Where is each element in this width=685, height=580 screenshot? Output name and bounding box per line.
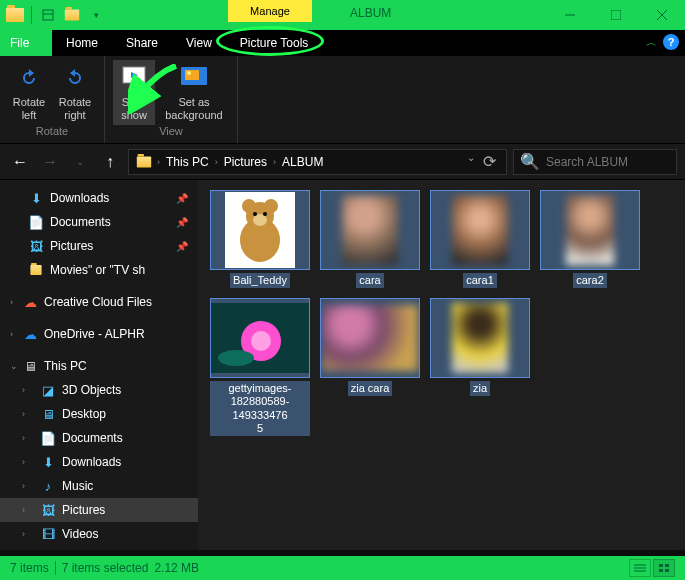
file-menu[interactable]: File <box>0 30 52 56</box>
sidebar-item-downloads[interactable]: ⬇Downloads📌 <box>0 186 198 210</box>
doc-icon: 📄 <box>28 214 44 230</box>
svg-rect-3 <box>611 10 621 20</box>
refresh-icon[interactable]: ⟳ <box>483 152 496 171</box>
file-item[interactable]: zia <box>430 298 530 436</box>
pin-icon: 📌 <box>176 241 188 252</box>
svg-point-15 <box>264 199 278 213</box>
qat-dropdown-icon[interactable]: ▾ <box>85 4 107 26</box>
chevron-right-icon[interactable]: › <box>10 329 13 339</box>
chevron-right-icon[interactable]: › <box>22 457 25 467</box>
slide-show-button[interactable]: Slide show <box>113 60 155 125</box>
sidebar-item-thispc[interactable]: ⌄🖥This PC <box>0 354 198 378</box>
chevron-right-icon[interactable]: › <box>22 409 25 419</box>
set-as-background-button[interactable]: Set as background <box>159 60 229 125</box>
nav-back-button[interactable]: ← <box>8 150 32 174</box>
sidebar-item-3dobjects[interactable]: ›◪3D Objects <box>0 378 198 402</box>
details-view-button[interactable] <box>629 559 651 577</box>
chevron-right-icon[interactable]: › <box>10 297 13 307</box>
desktop-icon: 🖥 <box>40 406 56 422</box>
set-as-background-icon <box>178 62 210 94</box>
thumbnail <box>320 190 420 270</box>
pic-icon: 🖼 <box>28 238 44 254</box>
file-item[interactable]: cara2 <box>540 190 640 288</box>
svg-point-21 <box>251 331 271 351</box>
file-label: cara <box>356 273 383 288</box>
svg-rect-9 <box>185 70 199 80</box>
file-item[interactable]: cara1 <box>430 190 530 288</box>
address-dropdown-icon[interactable]: ⌄ <box>467 152 475 171</box>
file-view[interactable]: Bali_Teddy cara cara1 cara2 gettyimages-… <box>198 180 685 550</box>
minimize-button[interactable] <box>547 0 593 30</box>
nav-recent-dropdown[interactable]: ⌄ <box>68 150 92 174</box>
search-icon: 🔍 <box>520 152 540 171</box>
sidebar-item-onedrive[interactable]: ›☁OneDrive - ALPHR <box>0 322 198 346</box>
file-item[interactable]: zia cara <box>320 298 420 436</box>
address-chevron-2[interactable]: › <box>273 157 276 167</box>
svg-point-10 <box>187 71 191 75</box>
sidebar-item-movies[interactable]: Movies" or "TV sh <box>0 258 198 282</box>
thumbnail <box>320 298 420 378</box>
file-label: zia cara <box>348 381 393 396</box>
thumbnails-view-button[interactable] <box>653 559 675 577</box>
home-tab[interactable]: Home <box>52 30 112 56</box>
search-box[interactable]: 🔍 <box>513 149 677 175</box>
navigation-pane[interactable]: ⬇Downloads📌 📄Documents📌 🖼Pictures📌 Movie… <box>0 180 198 550</box>
download-icon: ⬇ <box>28 190 44 206</box>
chevron-right-icon[interactable]: › <box>22 529 25 539</box>
chevron-right-icon[interactable]: › <box>22 433 25 443</box>
close-button[interactable] <box>639 0 685 30</box>
sidebar-item-creative-cloud[interactable]: ›☁Creative Cloud Files <box>0 290 198 314</box>
qat-newfolder-icon[interactable] <box>61 4 83 26</box>
folder-icon <box>28 262 44 278</box>
slide-show-icon <box>118 62 150 94</box>
chevron-right-icon[interactable]: › <box>22 385 25 395</box>
file-item[interactable]: cara <box>320 190 420 288</box>
chevron-right-icon[interactable]: › <box>22 505 25 515</box>
title-bar: ▾ Manage ALBUM <box>0 0 685 30</box>
status-selected-count: 7 items selected <box>62 561 149 575</box>
sidebar-item-videos[interactable]: ›🎞Videos <box>0 522 198 546</box>
maximize-button[interactable] <box>593 0 639 30</box>
share-tab[interactable]: Share <box>112 30 172 56</box>
video-icon: 🎞 <box>40 526 56 542</box>
sidebar-item-pictures[interactable]: ›🖼Pictures <box>0 498 198 522</box>
rotate-left-button[interactable]: Rotate left <box>8 60 50 125</box>
view-tab[interactable]: View <box>172 30 226 56</box>
thumbnail <box>210 190 310 270</box>
address-chevron-root[interactable]: › <box>157 157 160 167</box>
file-item[interactable]: gettyimages-182880589-149333476 5 <box>210 298 310 436</box>
qat-properties-icon[interactable] <box>37 4 59 26</box>
breadcrumb-pictures[interactable]: Pictures <box>220 155 271 169</box>
breadcrumb-thispc[interactable]: This PC <box>162 155 213 169</box>
address-chevron-1[interactable]: › <box>215 157 218 167</box>
thumbnail <box>430 190 530 270</box>
sidebar-item-desktop[interactable]: ›🖥Desktop <box>0 402 198 426</box>
sidebar-item-downloads[interactable]: ›⬇Downloads <box>0 450 198 474</box>
collapse-ribbon-icon[interactable]: ︿ <box>646 35 657 50</box>
address-bar[interactable]: › This PC › Pictures › ALBUM ⌄ ⟳ <box>128 149 507 175</box>
app-icon[interactable] <box>4 4 26 26</box>
breadcrumb-album[interactable]: ALBUM <box>278 155 327 169</box>
file-label: zia <box>470 381 490 396</box>
nav-forward-button[interactable]: → <box>38 150 62 174</box>
ribbon-group-rotate: Rotate left Rotate right Rotate <box>0 56 105 143</box>
sidebar-item-documents[interactable]: 📄Documents📌 <box>0 210 198 234</box>
nav-up-button[interactable]: ↑ <box>98 150 122 174</box>
rotate-right-button[interactable]: Rotate right <box>54 60 96 125</box>
chevron-down-icon[interactable]: ⌄ <box>10 361 18 371</box>
file-item[interactable]: Bali_Teddy <box>210 190 310 288</box>
help-icon[interactable]: ? <box>663 34 679 50</box>
picture-tools-label: Picture Tools <box>240 36 308 50</box>
svg-rect-0 <box>43 10 53 20</box>
search-input[interactable] <box>546 155 670 169</box>
picture-tools-tab[interactable]: Picture Tools <box>226 30 322 56</box>
file-label: gettyimages-182880589-149333476 5 <box>210 381 310 436</box>
chevron-right-icon[interactable]: › <box>22 481 25 491</box>
rotate-right-icon <box>59 62 91 94</box>
download-icon: ⬇ <box>40 454 56 470</box>
thumbnail <box>540 190 640 270</box>
sidebar-item-music[interactable]: ›♪Music <box>0 474 198 498</box>
sidebar-item-documents[interactable]: ›📄Documents <box>0 426 198 450</box>
sidebar-item-pictures-qa[interactable]: 🖼Pictures📌 <box>0 234 198 258</box>
doc-icon: 📄 <box>40 430 56 446</box>
